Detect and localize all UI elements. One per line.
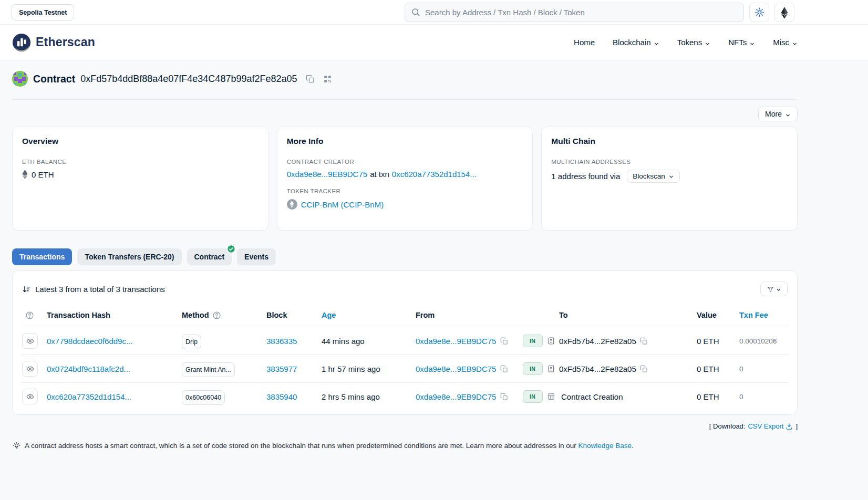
more-button-label: More <box>765 110 782 118</box>
transactions-panel: Latest 3 from a total of 3 transactions … <box>12 270 798 415</box>
copy-icon[interactable] <box>500 393 508 401</box>
qr-code-icon[interactable] <box>323 75 332 84</box>
tab-token-transfers[interactable]: Token Transfers (ERC-20) <box>77 248 181 265</box>
table-row: 0xc620a77352d1d154... 0x60c06040 3835940… <box>21 382 789 410</box>
eth-balance-value: 0 ETH <box>32 170 54 179</box>
copy-icon[interactable] <box>500 337 508 345</box>
copy-address-icon[interactable] <box>306 75 315 84</box>
network-badge[interactable]: Sepolia Testnet <box>12 4 74 20</box>
site-header: Etherscan Home Blockchain Tokens NFTs Mi… <box>0 25 868 60</box>
contract-header: Contract 0xFd57b4ddBf88a4e07fF4e34C487b9… <box>12 60 798 87</box>
tx-preview-button[interactable] <box>22 333 38 349</box>
col-header-value: Value <box>697 311 739 319</box>
etherscan-logo[interactable]: Etherscan <box>12 33 95 52</box>
tx-hash-link[interactable]: 0x0724bdf9c118afc2d... <box>47 364 130 373</box>
search-bar <box>405 3 744 22</box>
token-tracker-link[interactable]: CCIP-BnM (CCIP-BnM) <box>301 200 384 209</box>
nav-item-tokens[interactable]: Tokens <box>677 38 711 47</box>
tx-hash-link[interactable]: 0x7798dcdaec0f6dd9c... <box>47 337 132 346</box>
contract-creation-icon <box>547 392 555 401</box>
method-badge: 0x60c06040 <box>182 390 225 405</box>
from-address-link[interactable]: 0xda9e8e...9EB9DC75 <box>416 364 496 373</box>
nav-label: Misc <box>773 38 789 47</box>
chevron-down-icon <box>785 111 791 117</box>
brand-name: Etherscan <box>36 35 95 49</box>
section-divider <box>12 99 798 100</box>
chevron-down-icon <box>705 39 710 45</box>
topbar: Sepolia Testnet <box>0 0 868 25</box>
provider-label: Blockscan <box>633 172 665 180</box>
multichain-addresses-label: MULTICHAIN ADDRESSES <box>551 159 788 165</box>
token-logo-icon <box>287 199 297 210</box>
col-header-fee[interactable]: Txn Fee <box>739 311 768 319</box>
theme-toggle-button[interactable] <box>749 3 769 22</box>
main-nav: Home Blockchain Tokens NFTs Misc <box>574 38 798 47</box>
tx-preview-button[interactable] <box>22 361 38 377</box>
footnote: A contract address hosts a smart contrac… <box>12 442 798 451</box>
funnel-icon <box>767 286 774 293</box>
method-badge: Drip <box>182 335 201 349</box>
fee-cell: 0 <box>739 365 789 373</box>
tab-contract[interactable]: Contract <box>187 248 232 265</box>
overview-card-title: Overview <box>22 137 259 146</box>
col-header-block: Block <box>266 311 322 319</box>
more-dropdown-button[interactable]: More <box>758 107 798 121</box>
eth-glyph-icon <box>22 170 28 179</box>
block-link[interactable]: 3835940 <box>266 392 297 401</box>
search-input[interactable] <box>405 3 744 22</box>
download-suffix: ] <box>795 422 798 430</box>
nav-label: Blockchain <box>613 38 651 47</box>
to-contract-creation: Contract Creation <box>559 392 623 401</box>
nav-label: Home <box>574 38 595 47</box>
download-row: [ Download: CSV Export ] <box>12 422 798 430</box>
download-prefix: [ Download: <box>709 422 746 430</box>
footnote-text: A contract address hosts a smart contrac… <box>25 442 576 450</box>
sun-icon <box>755 7 764 17</box>
more-info-card: More Info CONTRACT CREATOR 0xda9e8e...9E… <box>277 127 533 231</box>
multichain-provider-dropdown[interactable]: Blockscan <box>627 170 680 183</box>
etherscan-logo-icon <box>12 33 31 52</box>
filter-button[interactable] <box>760 282 788 296</box>
copy-icon[interactable] <box>640 337 648 345</box>
nav-item-misc[interactable]: Misc <box>773 38 798 47</box>
tab-events[interactable]: Events <box>237 248 276 265</box>
chevron-down-icon <box>776 286 781 291</box>
creator-connector-text: at txn <box>370 170 389 179</box>
search-icon <box>411 7 420 17</box>
tx-preview-button[interactable] <box>22 389 38 404</box>
nav-item-home[interactable]: Home <box>574 38 595 47</box>
chevron-down-icon <box>668 173 674 179</box>
contract-address: 0xFd57b4ddBf88a4e07fF4e34C487b99af2Fe82a… <box>80 74 297 85</box>
age-cell: 44 mins ago <box>322 337 416 346</box>
nav-item-blockchain[interactable]: Blockchain <box>613 38 659 47</box>
block-link[interactable]: 3835977 <box>266 364 297 373</box>
contract-creator-label: CONTRACT CREATOR <box>287 159 523 165</box>
ethereum-icon <box>781 7 788 18</box>
creator-address-link[interactable]: 0xda9e8e...9EB9DC75 <box>287 170 367 179</box>
ethereum-network-button[interactable] <box>774 3 794 22</box>
value-cell: 0 ETH <box>697 392 739 401</box>
chevron-down-icon <box>792 39 798 45</box>
tab-contract-label: Contract <box>194 253 225 261</box>
method-help-icon[interactable] <box>212 311 221 320</box>
from-address-link[interactable]: 0xda9e8e...9EB9DC75 <box>416 392 496 401</box>
copy-icon[interactable] <box>640 365 648 373</box>
tx-hash-link[interactable]: 0xc620a77352d1d154... <box>47 392 131 401</box>
from-address-link[interactable]: 0xda9e8e...9EB9DC75 <box>416 337 496 346</box>
col-header-age[interactable]: Age <box>322 311 336 319</box>
creation-txn-link[interactable]: 0xc620a77352d1d154... <box>392 170 477 179</box>
nav-label: NFTs <box>728 38 747 47</box>
tab-transactions[interactable]: Transactions <box>12 248 72 265</box>
nav-item-nfts[interactable]: NFTs <box>728 38 755 47</box>
csv-export-link[interactable]: CSV Export <box>748 422 793 430</box>
table-header-row: Transaction Hash Method Block Age From T… <box>21 304 789 327</box>
method-badge: Grant Mint An... <box>182 362 235 377</box>
copy-icon[interactable] <box>500 365 508 373</box>
help-icon[interactable] <box>25 311 34 320</box>
sort-descending-icon <box>22 285 31 294</box>
more-info-card-title: More Info <box>287 137 523 146</box>
fee-cell: 0 <box>739 393 789 401</box>
knowledge-base-link[interactable]: Knowledge Base <box>578 442 632 450</box>
table-row: 0x7798dcdaec0f6dd9c... Drip 3836335 44 m… <box>21 327 789 355</box>
block-link[interactable]: 3836335 <box>266 337 297 346</box>
